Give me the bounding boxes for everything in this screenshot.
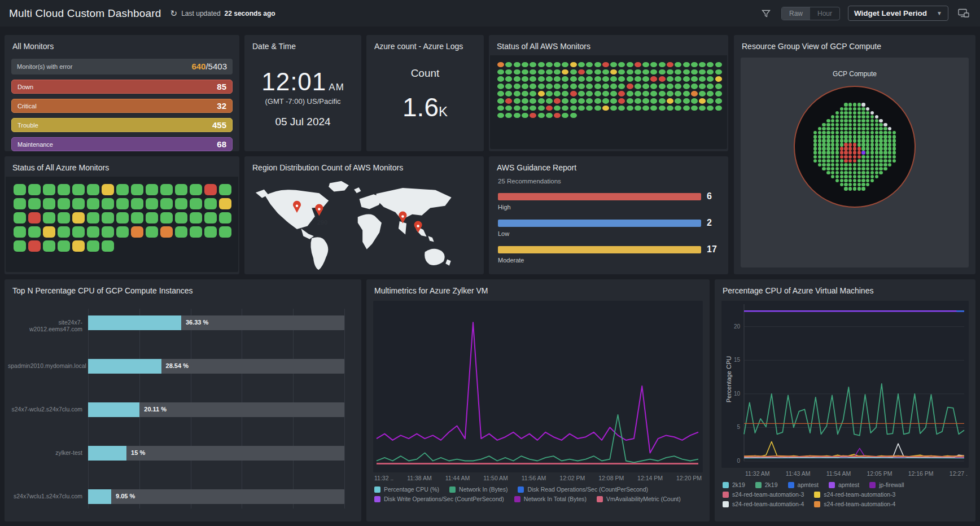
status-dot[interactable] [505, 91, 512, 97]
hour-toggle-button[interactable]: Hour [810, 7, 839, 20]
status-dot[interactable] [635, 106, 641, 111]
status-dot[interactable] [642, 98, 649, 104]
resource-dot[interactable] [861, 179, 865, 182]
status-dot[interactable] [505, 98, 512, 104]
resource-dot[interactable] [888, 127, 891, 130]
topn-bar-row[interactable]: zylker-test15 % [88, 446, 344, 461]
resource-dot[interactable] [866, 111, 869, 115]
resource-dot[interactable] [858, 115, 861, 119]
resource-dot[interactable] [866, 147, 869, 150]
resource-dot[interactable] [861, 143, 865, 146]
resource-dot[interactable] [844, 139, 847, 142]
resource-dot[interactable] [866, 123, 869, 126]
resource-dot[interactable] [835, 155, 839, 159]
resource-dot[interactable] [861, 183, 865, 186]
status-dot[interactable] [546, 69, 553, 75]
resource-dot[interactable] [826, 147, 830, 150]
monitor-status-row[interactable]: Trouble455 [11, 118, 233, 132]
status-dot[interactable] [43, 212, 55, 223]
status-dot[interactable] [190, 226, 202, 238]
resource-dot[interactable] [853, 127, 856, 130]
status-dot[interactable] [683, 106, 690, 111]
status-dot[interactable] [546, 62, 553, 68]
resource-dot[interactable] [813, 151, 817, 154]
status-dot[interactable] [683, 76, 690, 82]
status-dot[interactable] [546, 98, 553, 104]
resource-dot[interactable] [870, 123, 874, 126]
status-dot[interactable] [546, 106, 553, 111]
resource-dot[interactable] [848, 163, 852, 166]
resource-dot[interactable] [893, 143, 896, 146]
resource-dot[interactable] [875, 123, 878, 126]
status-dot[interactable] [497, 84, 504, 89]
status-dot[interactable] [635, 91, 641, 97]
resource-dot[interactable] [858, 139, 861, 142]
resource-dot[interactable] [875, 127, 878, 130]
resource-dot[interactable] [888, 135, 891, 138]
status-dot[interactable] [497, 76, 504, 82]
status-dot[interactable] [562, 106, 568, 111]
resource-dot[interactable] [883, 123, 887, 126]
guidance-bar[interactable] [498, 193, 701, 200]
gcp-hex-map[interactable] [794, 86, 916, 208]
status-dot[interactable] [578, 76, 585, 82]
resource-dot[interactable] [822, 127, 825, 130]
topn-bar-row[interactable]: site24x7-w2012.eems47.com36.33 % [88, 315, 344, 330]
resource-dot[interactable] [840, 111, 843, 115]
resource-dot[interactable] [879, 139, 882, 142]
status-dot[interactable] [87, 184, 99, 195]
resource-dot[interactable] [879, 151, 882, 154]
resource-dot[interactable] [840, 163, 843, 166]
resource-dot[interactable] [822, 151, 825, 154]
resource-dot[interactable] [848, 139, 852, 142]
status-dot[interactable] [146, 212, 158, 223]
resource-dot[interactable] [813, 147, 817, 150]
resource-dot[interactable] [893, 147, 896, 150]
resource-dot[interactable] [840, 107, 843, 111]
resource-dot[interactable] [848, 123, 852, 126]
status-dot[interactable] [675, 91, 681, 97]
status-dot[interactable] [554, 69, 561, 75]
status-dot[interactable] [28, 212, 41, 223]
resource-dot[interactable] [831, 155, 834, 159]
status-dot[interactable] [578, 106, 585, 111]
status-dot[interactable] [627, 62, 633, 68]
legend-item[interactable]: s24-red-team-automation-3 [723, 491, 804, 498]
status-dot[interactable] [715, 76, 722, 82]
resource-dot[interactable] [879, 171, 882, 174]
resource-dot[interactable] [853, 147, 856, 150]
status-dot[interactable] [715, 91, 722, 97]
resource-dot[interactable] [861, 167, 865, 170]
resource-dot[interactable] [858, 135, 861, 138]
resource-dot[interactable] [853, 183, 856, 186]
status-dot[interactable] [497, 62, 504, 68]
status-dot[interactable] [586, 62, 593, 68]
resource-dot[interactable] [875, 143, 878, 146]
resource-dot[interactable] [888, 159, 891, 163]
resource-dot[interactable] [813, 159, 817, 163]
refresh-icon[interactable]: ↻ [170, 8, 178, 19]
status-dot[interactable] [602, 106, 609, 111]
status-dot[interactable] [602, 76, 609, 82]
status-dot[interactable] [715, 62, 722, 68]
status-dot[interactable] [554, 106, 561, 111]
resource-dot[interactable] [844, 143, 847, 146]
status-dot[interactable] [514, 84, 520, 89]
status-dot[interactable] [514, 106, 520, 111]
status-dot[interactable] [538, 113, 545, 119]
status-dot[interactable] [522, 76, 528, 82]
filter-icon[interactable] [759, 6, 773, 21]
resource-dot[interactable] [844, 107, 847, 111]
resource-dot[interactable] [818, 131, 821, 134]
status-dot[interactable] [610, 98, 617, 104]
resource-dot[interactable] [840, 115, 843, 119]
resource-dot[interactable] [818, 151, 821, 154]
status-dot[interactable] [530, 69, 536, 75]
status-dot[interactable] [667, 91, 673, 97]
status-dot[interactable] [530, 113, 536, 119]
resource-dot[interactable] [875, 131, 878, 134]
status-dot[interactable] [538, 84, 545, 89]
status-dot[interactable] [683, 69, 690, 75]
status-dot[interactable] [546, 76, 553, 82]
status-dot[interactable] [650, 69, 657, 75]
